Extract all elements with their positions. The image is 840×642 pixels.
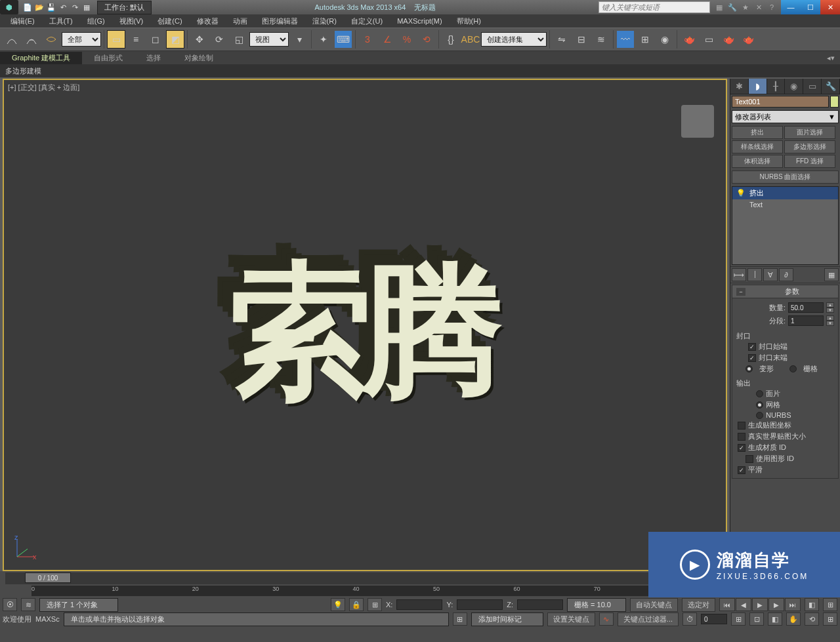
menu-views[interactable]: 视图(V) bbox=[113, 15, 150, 28]
create-tab-icon[interactable]: ✱ bbox=[730, 79, 749, 94]
x-input[interactable] bbox=[396, 599, 442, 610]
rect-region-icon[interactable]: ◻ bbox=[146, 30, 165, 49]
cap-end-checkbox[interactable]: ✓ bbox=[748, 354, 756, 362]
selected-range-button[interactable]: 选定对 bbox=[682, 598, 715, 612]
minimize-button[interactable]: — bbox=[781, 0, 801, 14]
viewcube-icon[interactable] bbox=[681, 105, 714, 138]
nurbs-radio[interactable] bbox=[756, 412, 763, 419]
mesh-radio[interactable] bbox=[756, 401, 763, 409]
menu-help[interactable]: 帮助(H) bbox=[450, 15, 488, 28]
keyboard-shortcut-icon[interactable]: ⌨ bbox=[334, 30, 352, 49]
menu-grapheditors[interactable]: 图形编辑器 bbox=[255, 15, 304, 28]
isolate-icon[interactable]: ◧ bbox=[805, 598, 819, 611]
object-color-swatch[interactable] bbox=[830, 96, 839, 108]
unique-icon[interactable]: ∀ bbox=[763, 268, 778, 281]
rollout-header[interactable]: −参数 bbox=[732, 285, 838, 298]
modify-tab-icon[interactable]: ◗ bbox=[749, 79, 767, 94]
segments-spinner[interactable]: ▲▼ bbox=[826, 315, 834, 326]
edit-named-sel-icon[interactable]: {} bbox=[442, 30, 460, 49]
render-iterative-icon[interactable]: 🫖 bbox=[739, 30, 757, 49]
current-frame-input[interactable] bbox=[701, 614, 727, 624]
viewport[interactable]: [+] [正交] [真实 + 边面] 索腾 zx bbox=[3, 79, 727, 571]
open-icon[interactable]: 📂 bbox=[34, 2, 45, 12]
prev-frame-icon[interactable]: ◀ bbox=[736, 598, 751, 611]
xform-lock-icon[interactable]: ⊞ bbox=[823, 598, 837, 611]
max-viewport-icon[interactable]: ⊞ bbox=[823, 612, 837, 626]
ribbon-panel[interactable]: 多边形建模 bbox=[0, 64, 840, 77]
configure-icon[interactable]: ▦ bbox=[824, 268, 839, 281]
bind-spacewarp-icon[interactable] bbox=[42, 30, 60, 49]
render-production-icon[interactable]: 🫖 bbox=[719, 30, 738, 49]
align-icon[interactable]: ⊟ bbox=[572, 30, 591, 49]
select-by-name-icon[interactable]: ≡ bbox=[127, 30, 145, 49]
menu-maxscript[interactable]: MAXScript(M) bbox=[390, 16, 448, 26]
infocenter-icon[interactable]: ▦ bbox=[714, 2, 724, 12]
lock-icon[interactable]: 🔒 bbox=[349, 598, 364, 611]
snap-3-icon[interactable]: 3 bbox=[358, 30, 377, 49]
lock-sel-icon[interactable]: 💡 bbox=[331, 598, 345, 611]
help-icon[interactable]: ? bbox=[766, 2, 777, 12]
menu-customize[interactable]: 自定义(U) bbox=[345, 15, 389, 28]
y-input[interactable] bbox=[457, 599, 503, 610]
next-frame-icon[interactable]: ▶ bbox=[768, 598, 784, 611]
time-slider-thumb[interactable]: 0 / 100 bbox=[25, 572, 71, 583]
menu-edit[interactable]: 编辑(E) bbox=[4, 15, 41, 28]
maximize-button[interactable]: ☐ bbox=[801, 0, 820, 14]
hierarchy-tab-icon[interactable]: ╂ bbox=[767, 79, 786, 94]
menu-group[interactable]: 组(G) bbox=[81, 15, 112, 28]
real-world-checkbox[interactable] bbox=[738, 433, 746, 441]
play-icon[interactable]: ▶ bbox=[752, 598, 768, 611]
window-crossing-icon[interactable]: ◩ bbox=[166, 30, 184, 49]
gen-matid-checkbox[interactable]: ✓ bbox=[738, 444, 746, 452]
set-key-icon[interactable]: ⦿ bbox=[3, 598, 17, 611]
select-link-icon[interactable] bbox=[3, 30, 21, 49]
ref-coord-system[interactable]: 视图 bbox=[249, 32, 289, 47]
patch-radio[interactable] bbox=[756, 390, 763, 397]
mirror-icon[interactable]: ⇋ bbox=[553, 30, 571, 49]
schematic-view-icon[interactable]: ⊞ bbox=[636, 30, 654, 49]
named-selection-sets[interactable]: 创建选择集 bbox=[481, 32, 547, 47]
menu-rendering[interactable]: 渲染(R) bbox=[306, 15, 343, 28]
modifier-list-dropdown[interactable]: 修改器列表▼ bbox=[732, 110, 839, 123]
motion-tab-icon[interactable]: ◉ bbox=[785, 79, 803, 94]
orbit-icon[interactable]: ⟲ bbox=[805, 612, 819, 626]
menu-create[interactable]: 创建(C) bbox=[151, 15, 188, 28]
angle-snap-icon[interactable]: ∠ bbox=[378, 30, 396, 49]
listener-icon[interactable]: ⊞ bbox=[453, 612, 467, 626]
pin-stack-icon[interactable]: ⟼ bbox=[732, 268, 746, 281]
modifier-stack[interactable]: 💡挤出 Text bbox=[732, 186, 839, 265]
viewport-label[interactable]: [+] [正交] [真实 + 边面] bbox=[8, 83, 79, 92]
menu-tools[interactable]: 工具(T) bbox=[43, 15, 79, 28]
smooth-checkbox[interactable]: ✓ bbox=[738, 466, 746, 474]
rotate-icon[interactable]: ⟳ bbox=[210, 30, 228, 49]
named-sel-icon[interactable]: ABC bbox=[461, 30, 480, 49]
selbtn-patchsel[interactable]: 面片选择 bbox=[784, 126, 835, 139]
ribbon-tab-graphite[interactable]: Graphite 建模工具 bbox=[0, 52, 82, 64]
segments-input[interactable]: 1 bbox=[788, 315, 824, 326]
manipulate-icon[interactable]: ✦ bbox=[314, 30, 333, 49]
amount-spinner[interactable]: ▲▼ bbox=[826, 302, 834, 313]
auto-key-button[interactable]: 自动关键点 bbox=[630, 598, 678, 612]
scale-icon[interactable]: ◱ bbox=[230, 30, 248, 49]
layers-icon[interactable]: ≋ bbox=[592, 30, 610, 49]
selbtn-nurbs[interactable]: NURBS 曲面选择 bbox=[732, 171, 839, 184]
app-menu-icon[interactable]: ⬢ bbox=[0, 0, 18, 14]
signin-icon[interactable]: ✕ bbox=[753, 2, 764, 12]
favorite-icon[interactable]: ★ bbox=[740, 2, 751, 12]
goto-end-icon[interactable]: ⏭ bbox=[785, 598, 801, 611]
workspace-selector[interactable]: 工作台: 默认 bbox=[97, 1, 152, 14]
goto-start-icon[interactable]: ⏮ bbox=[719, 598, 735, 611]
z-input[interactable] bbox=[517, 599, 563, 610]
link-icon[interactable]: ▦ bbox=[81, 2, 92, 12]
ribbon-tab-freeform[interactable]: 自由形式 bbox=[82, 52, 135, 64]
pivot-center-icon[interactable]: ▾ bbox=[290, 30, 308, 49]
time-tag-button[interactable]: 添加时间标记 bbox=[471, 612, 543, 626]
use-shapeid-checkbox[interactable] bbox=[746, 455, 753, 463]
display-tab-icon[interactable]: ▭ bbox=[803, 79, 822, 94]
amount-input[interactable]: 50.0 bbox=[788, 302, 824, 313]
remove-mod-icon[interactable]: ∂ bbox=[779, 268, 793, 281]
selbtn-extrude[interactable]: 挤出 bbox=[732, 126, 783, 139]
lightbulb-icon[interactable]: 💡 bbox=[736, 189, 746, 197]
menu-animation[interactable]: 动画 bbox=[226, 15, 254, 28]
material-editor-icon[interactable]: ◉ bbox=[656, 30, 674, 49]
